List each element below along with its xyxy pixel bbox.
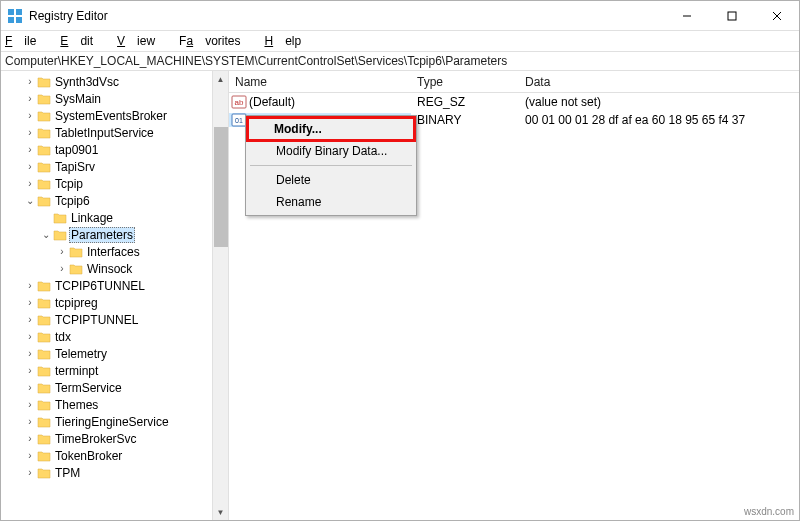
- maximize-button[interactable]: [709, 1, 754, 30]
- folder-icon: [37, 161, 51, 173]
- scroll-down-icon[interactable]: ▼: [217, 504, 225, 520]
- chevron-right-icon[interactable]: ›: [23, 127, 37, 138]
- chevron-right-icon[interactable]: ›: [23, 76, 37, 87]
- chevron-right-icon[interactable]: ›: [23, 297, 37, 308]
- tree-item-label: TimeBrokerSvc: [53, 432, 139, 446]
- chevron-right-icon[interactable]: ›: [23, 450, 37, 461]
- chevron-right-icon[interactable]: ›: [23, 280, 37, 291]
- tree-item-label: TCPIPTUNNEL: [53, 313, 140, 327]
- folder-icon: [37, 76, 51, 88]
- tree-item-tapisrv[interactable]: ›TapiSrv: [1, 158, 228, 175]
- tree-item-tpm[interactable]: ›TPM: [1, 464, 228, 481]
- chevron-down-icon[interactable]: ⌄: [39, 229, 53, 240]
- tree-item-label: TabletInputService: [53, 126, 156, 140]
- folder-icon: [69, 263, 83, 275]
- chevron-right-icon[interactable]: ›: [23, 144, 37, 155]
- folder-icon: [37, 399, 51, 411]
- tree-item-linkage[interactable]: Linkage: [1, 209, 228, 226]
- chevron-right-icon[interactable]: ›: [23, 93, 37, 104]
- tree-item-tabletinputservice[interactable]: ›TabletInputService: [1, 124, 228, 141]
- chevron-right-icon[interactable]: ›: [23, 467, 37, 478]
- tree-item-terminpt[interactable]: ›terminpt: [1, 362, 228, 379]
- tree-item-label: Telemetry: [53, 347, 109, 361]
- tree-item-label: TPM: [53, 466, 82, 480]
- value-row[interactable]: ab(Default)REG_SZ(value not set): [229, 93, 799, 111]
- tree-item-systemeventsbroker[interactable]: ›SystemEventsBroker: [1, 107, 228, 124]
- tree-item-tap0901[interactable]: ›tap0901: [1, 141, 228, 158]
- tree-item-tcpip6tunnel[interactable]: ›TCPIP6TUNNEL: [1, 277, 228, 294]
- tree-item-label: TCPIP6TUNNEL: [53, 279, 147, 293]
- chevron-right-icon[interactable]: ›: [23, 161, 37, 172]
- chevron-right-icon[interactable]: ›: [55, 263, 69, 274]
- chevron-right-icon[interactable]: ›: [23, 416, 37, 427]
- minimize-button[interactable]: [664, 1, 709, 30]
- tree-item-timebrokersvc[interactable]: ›TimeBrokerSvc: [1, 430, 228, 447]
- ctx-modify-binary[interactable]: Modify Binary Data...: [248, 140, 414, 162]
- tree-item-label: tcpipreg: [53, 296, 100, 310]
- tree-item-interfaces[interactable]: ›Interfaces: [1, 243, 228, 260]
- close-icon: [772, 11, 782, 21]
- tree-item-synth3dvsc[interactable]: ›Synth3dVsc: [1, 73, 228, 90]
- value-data: (value not set): [519, 95, 799, 109]
- svg-rect-2: [8, 17, 14, 23]
- ctx-rename[interactable]: Rename: [248, 191, 414, 213]
- menu-favorites[interactable]: Favorites: [179, 34, 252, 48]
- folder-icon: [37, 178, 51, 190]
- tree-item-termservice[interactable]: ›TermService: [1, 379, 228, 396]
- folder-icon: [69, 246, 83, 258]
- tree-item-label: terminpt: [53, 364, 100, 378]
- tree-item-tieringengineservice[interactable]: ›TieringEngineService: [1, 413, 228, 430]
- chevron-right-icon[interactable]: ›: [23, 433, 37, 444]
- chevron-right-icon[interactable]: ›: [23, 365, 37, 376]
- chevron-down-icon[interactable]: ⌄: [23, 195, 37, 206]
- tree-item-tcpipreg[interactable]: ›tcpipreg: [1, 294, 228, 311]
- folder-icon: [37, 280, 51, 292]
- tree-item-label: TieringEngineService: [53, 415, 171, 429]
- tree-item-tcpiptunnel[interactable]: ›TCPIPTUNNEL: [1, 311, 228, 328]
- tree-scrollbar[interactable]: ▲ ▼: [212, 71, 228, 520]
- column-type[interactable]: Type: [411, 75, 519, 89]
- chevron-right-icon[interactable]: ›: [23, 331, 37, 342]
- scroll-up-icon[interactable]: ▲: [217, 71, 225, 87]
- chevron-right-icon[interactable]: ›: [23, 399, 37, 410]
- folder-icon: [37, 93, 51, 105]
- tree-item-tokenbroker[interactable]: ›TokenBroker: [1, 447, 228, 464]
- folder-icon: [37, 467, 51, 479]
- column-name[interactable]: Name: [229, 75, 411, 89]
- svg-rect-0: [8, 9, 14, 15]
- tree-item-tcpip6[interactable]: ⌄Tcpip6: [1, 192, 228, 209]
- menu-view[interactable]: View: [117, 34, 167, 48]
- close-button[interactable]: [754, 1, 799, 30]
- tree-item-label: Themes: [53, 398, 100, 412]
- chevron-right-icon[interactable]: ›: [23, 348, 37, 359]
- tree-item-telemetry[interactable]: ›Telemetry: [1, 345, 228, 362]
- ctx-delete[interactable]: Delete: [248, 169, 414, 191]
- scroll-thumb[interactable]: [214, 127, 228, 247]
- tree-item-label: TermService: [53, 381, 124, 395]
- tree-item-label: Parameters: [69, 227, 135, 243]
- column-data[interactable]: Data: [519, 75, 799, 89]
- tree-item-winsock[interactable]: ›Winsock: [1, 260, 228, 277]
- chevron-right-icon[interactable]: ›: [23, 382, 37, 393]
- menu-edit[interactable]: Edit: [60, 34, 105, 48]
- chevron-right-icon[interactable]: ›: [23, 314, 37, 325]
- chevron-right-icon[interactable]: ›: [23, 110, 37, 121]
- tree-item-tcpip[interactable]: ›Tcpip: [1, 175, 228, 192]
- address-bar[interactable]: Computer\HKEY_LOCAL_MACHINE\SYSTEM\Curre…: [1, 51, 799, 71]
- folder-icon: [37, 450, 51, 462]
- tree-item-label: tap0901: [53, 143, 100, 157]
- value-name: (Default): [249, 95, 295, 109]
- chevron-right-icon[interactable]: ›: [55, 246, 69, 257]
- tree-pane[interactable]: ›Synth3dVsc›SysMain›SystemEventsBroker›T…: [1, 71, 229, 520]
- tree-item-themes[interactable]: ›Themes: [1, 396, 228, 413]
- tree-item-label: Winsock: [85, 262, 134, 276]
- chevron-right-icon[interactable]: ›: [23, 178, 37, 189]
- tree-item-sysmain[interactable]: ›SysMain: [1, 90, 228, 107]
- ctx-modify[interactable]: Modify...: [246, 116, 416, 142]
- folder-icon: [37, 297, 51, 309]
- tree-item-tdx[interactable]: ›tdx: [1, 328, 228, 345]
- menu-file[interactable]: File: [5, 34, 48, 48]
- tree-item-label: Tcpip: [53, 177, 85, 191]
- menu-help[interactable]: Help: [264, 34, 313, 48]
- tree-item-parameters[interactable]: ⌄Parameters: [1, 226, 228, 243]
